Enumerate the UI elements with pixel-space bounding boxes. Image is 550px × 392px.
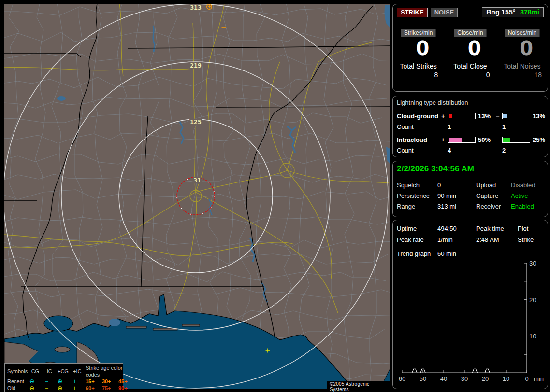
ring-label-125: 125: [190, 118, 201, 126]
cg-positive-bar: [448, 113, 476, 119]
map-canvas: 313 219 125 31: [4, 4, 390, 389]
total-close-label: Total Close: [449, 62, 492, 70]
plus-sign: +: [441, 112, 448, 120]
pos-cg-recent-icon: ⊕: [58, 378, 73, 385]
noise-mode-button[interactable]: NOISE: [431, 8, 458, 17]
close-per-min-value: 0: [449, 38, 492, 58]
total-close-value: 0: [449, 71, 492, 79]
cg-negative-bar: [502, 113, 530, 119]
ic-positive-bar: [448, 137, 476, 143]
distribution-title: Lightning type distribution: [397, 99, 544, 108]
side-panel: STRIKE NOISE Bng 155°378mi Strikes/min C…: [392, 4, 548, 389]
trend-strike-peak: [473, 369, 478, 373]
trend-graph-window: 60 min: [437, 250, 544, 257]
cg-positive-count: 1: [448, 123, 476, 130]
bearing-readout: Bng 155°378mi: [482, 7, 544, 17]
peak-time-value: 2:48 AM: [476, 236, 518, 243]
cloud-ground-label: Cloud-ground: [397, 112, 441, 120]
upload-status: Disabled: [511, 182, 544, 189]
cg-negative-pct: 13%: [530, 112, 545, 120]
ic-positive-count: 4: [448, 147, 476, 154]
trend-y-tick-label: 30: [529, 260, 536, 267]
legend-row-label-old: Old: [7, 385, 29, 392]
pos-cg-old-icon: ⊕: [58, 385, 73, 392]
trend-strike-peak: [485, 369, 490, 373]
strikes-per-min-button[interactable]: Strikes/min: [401, 29, 436, 37]
capture-status: Active: [511, 192, 544, 199]
total-noises-value: 18: [501, 71, 544, 79]
noises-per-min-button[interactable]: Noises/min: [505, 29, 540, 37]
persistence-value: 90 min: [437, 192, 476, 199]
bearing-label: Bng 155°: [486, 8, 515, 16]
trend-x-unit-label: min: [534, 375, 544, 382]
trend-x-tick-label: 30: [461, 375, 468, 382]
legend-age-header: Strike age color codes: [86, 364, 133, 378]
legend-col-pos-cg: +CG: [58, 368, 73, 375]
copyright-label: ©2005 Astrogenic Systems: [327, 381, 390, 392]
datetime-display: 2/2/2026 3:04:56 AM: [397, 164, 544, 176]
ring-label-219: 219: [190, 62, 201, 69]
close-per-min-button[interactable]: Close/min: [454, 29, 486, 37]
plus-sign: +: [441, 136, 448, 143]
ic-negative-bar: [502, 137, 530, 143]
trend-strike-peak: [412, 369, 417, 373]
total-strikes-label: Total Strikes: [397, 62, 440, 70]
trend-section: Uptime 494:50 Peak time Plot Peak rate 1…: [392, 220, 548, 389]
pos-ic-recent-icon: +: [73, 378, 86, 385]
legend-row-label-recent: Recent: [7, 378, 29, 385]
strikes-per-min-value: 0: [397, 38, 440, 58]
neg-ic-old-icon: −: [45, 385, 58, 392]
noises-per-min-value: 0: [501, 38, 544, 58]
counters-section: STRIKE NOISE Bng 155°378mi Strikes/min C…: [392, 4, 548, 92]
pos-ic-old-icon: +: [73, 385, 86, 392]
ic-count-label: Count: [397, 147, 441, 154]
cg-count-label: Count: [397, 123, 441, 130]
minus-sign: −: [496, 136, 502, 143]
lightning-map[interactable]: 313 219 125 31 Symbols -CG -IC +CG +IC S…: [4, 4, 390, 389]
intracloud-label: Intracloud: [397, 136, 441, 143]
cg-negative-count: 1: [502, 123, 530, 130]
minus-sign: −: [496, 112, 502, 120]
trend-y-tick-label: 10: [529, 333, 536, 340]
bearing-range: 378mi: [520, 8, 539, 16]
age-code-75: 75+: [102, 385, 118, 392]
legend-col-pos-ic: +IC: [73, 368, 86, 375]
uptime-label: Uptime: [397, 225, 437, 232]
trend-x-tick-label: 0: [525, 375, 528, 382]
trend-x-tick-label: 60: [399, 375, 405, 382]
strike-mode-button[interactable]: STRIKE: [397, 8, 428, 17]
ring-label-313: 313: [190, 4, 201, 11]
ic-negative-pct: 25%: [530, 136, 545, 143]
persistence-label: Persistence: [397, 192, 437, 199]
squelch-label: Squelch: [397, 182, 437, 189]
peak-time-label: Peak time: [476, 225, 518, 232]
plot-label: Plot: [518, 225, 544, 232]
age-code-45: 45+: [118, 378, 133, 385]
trend-x-tick-label: 40: [440, 375, 447, 382]
receiver-status: Enabled: [511, 203, 544, 210]
map-legend: Symbols -CG -IC +CG +IC Strike age color…: [4, 363, 123, 392]
trend-graph-label: Trend graph: [397, 250, 437, 257]
ring-label-31: 31: [193, 177, 201, 184]
upload-label: Upload: [476, 182, 511, 189]
total-strikes-value: 8: [397, 71, 440, 79]
age-code-90: 90+: [118, 385, 133, 392]
ic-positive-pct: 50%: [476, 136, 496, 143]
trend-x-tick-label: 20: [482, 375, 489, 382]
neg-cg-old-icon: ⊖: [29, 385, 45, 392]
distribution-section: Lightning type distribution Cloud-ground…: [392, 96, 548, 157]
trend-axes: [402, 263, 527, 373]
legend-col-neg-cg: -CG: [29, 368, 45, 375]
trend-graph-chart: 6050403020100min102030: [397, 257, 544, 384]
trend-y-tick-label: 20: [529, 296, 536, 304]
squelch-value: 0: [437, 182, 476, 189]
app-window: 313 219 125 31 Symbols -CG -IC +CG +IC S…: [0, 0, 550, 392]
legend-symbols-header: Symbols: [7, 368, 29, 375]
age-code-30: 30+: [102, 378, 118, 385]
neg-ic-recent-icon: −: [45, 378, 58, 385]
legend-col-neg-ic: -IC: [45, 368, 58, 375]
total-noises-label: Total Noises: [501, 62, 544, 70]
peak-rate-value: 1/min: [437, 236, 476, 243]
trend-x-tick-label: 10: [503, 375, 509, 382]
age-code-60: 60+: [86, 385, 102, 392]
